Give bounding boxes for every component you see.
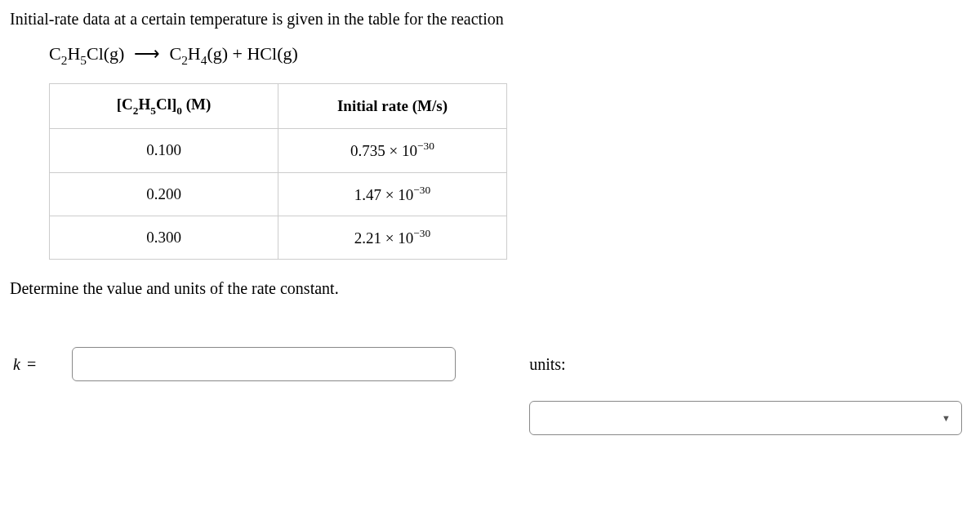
k-answer-row: k = units: [10,347,970,381]
table-row: 0.300 2.21 × 10−30 [50,216,507,259]
units-label: units: [529,355,565,374]
rate-cell: 0.735 × 10−30 [278,129,507,172]
arrow-icon: ⟶ [134,43,160,64]
header-rate: Initial rate (M/s) [278,84,507,129]
prompt-text: Determine the value and units of the rat… [10,279,970,298]
table-row: 0.200 1.47 × 10−30 [50,172,507,216]
header-concentration: [C2H5Cl]0 (M) [50,84,278,129]
rate-cell: 2.21 × 10−30 [278,216,507,259]
units-row [10,401,970,435]
data-table: [C2H5Cl]0 (M) Initial rate (M/s) 0.100 0… [49,83,507,260]
k-value-input[interactable] [72,347,456,381]
conc-cell: 0.100 [50,129,278,172]
conc-cell: 0.200 [50,172,278,216]
table-row: 0.100 0.735 × 10−30 [50,129,507,172]
rate-cell: 1.47 × 10−30 [278,172,507,216]
units-select-wrapper [529,401,962,435]
units-select[interactable] [529,401,962,435]
k-label: k [13,355,20,374]
reaction-equation: C2H5Cl(g) ⟶ C2H4(g) + HCl(g) [49,43,970,67]
equals-sign: = [27,355,36,374]
conc-cell: 0.300 [50,216,278,259]
intro-text: Initial-rate data at a certain temperatu… [10,10,970,29]
